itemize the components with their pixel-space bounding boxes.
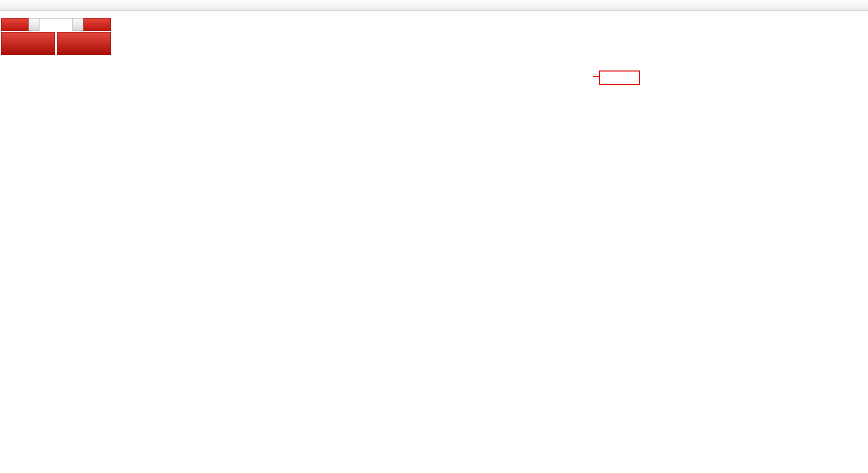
price-callout-box[interactable] [599,70,640,85]
chart-canvas[interactable] [0,11,868,473]
main-toolbar [0,0,868,11]
volume-down-button[interactable] [28,18,39,31]
buy-price-panel[interactable] [57,32,111,55]
mt4-window [0,0,868,473]
buy-button[interactable] [83,18,111,31]
volume-input[interactable] [39,18,74,32]
sell-price-panel[interactable] [1,32,55,55]
chart-region[interactable] [0,11,868,473]
one-click-trading-panel [1,18,111,55]
volume-up-button[interactable] [72,18,83,31]
callout-anchor-dash [593,76,599,77]
sell-button[interactable] [1,18,28,31]
